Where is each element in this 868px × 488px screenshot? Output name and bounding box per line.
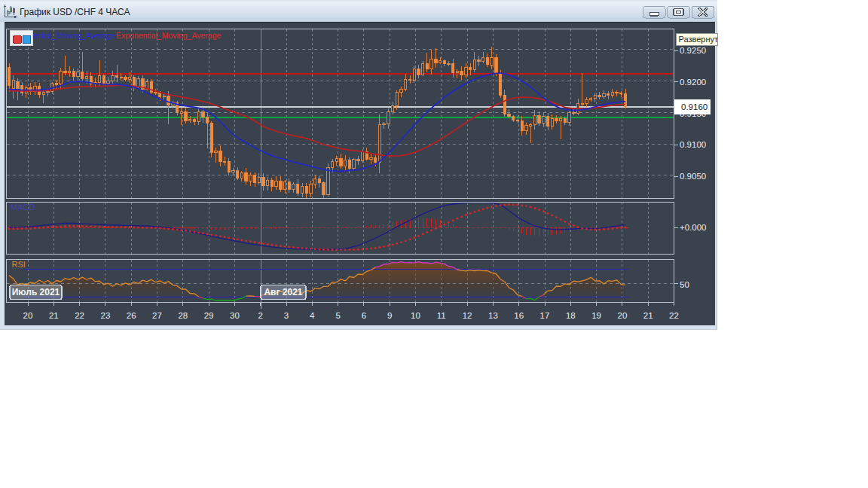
- svg-text:Exponential_Moving_Average: Exponential_Moving_Average: [116, 31, 221, 40]
- svg-text:21: 21: [49, 311, 59, 320]
- svg-text:5: 5: [335, 311, 340, 320]
- svg-text:11: 11: [437, 311, 446, 320]
- svg-text:9: 9: [387, 311, 392, 320]
- svg-text:13: 13: [488, 311, 498, 320]
- svg-text:ential_Moving_Average: ential_Moving_Average: [33, 31, 116, 40]
- svg-text:0.9200: 0.9200: [680, 78, 706, 87]
- svg-text:+0.000: +0.000: [680, 223, 707, 232]
- svg-text:23: 23: [101, 311, 111, 320]
- svg-text:50: 50: [680, 280, 689, 289]
- svg-text:20: 20: [618, 311, 628, 320]
- svg-text:22: 22: [669, 311, 679, 320]
- svg-text:16: 16: [514, 311, 524, 320]
- svg-text:0.9160: 0.9160: [681, 102, 708, 111]
- svg-text:2: 2: [258, 311, 262, 320]
- svg-text:26: 26: [127, 311, 136, 320]
- svg-text:4: 4: [310, 311, 315, 320]
- svg-text:12: 12: [463, 311, 472, 320]
- svg-text:27: 27: [152, 311, 162, 320]
- svg-text:21: 21: [643, 311, 653, 320]
- svg-text:RSI: RSI: [12, 260, 26, 269]
- svg-text:График USD /CHF 4 ЧАСА: График USD /CHF 4 ЧАСА: [20, 7, 130, 17]
- svg-text:17: 17: [540, 311, 550, 320]
- svg-text:22: 22: [75, 311, 84, 320]
- svg-text:Развернуть: Развернуть: [679, 35, 723, 44]
- svg-text:MACD: MACD: [11, 203, 35, 212]
- svg-text:20: 20: [23, 311, 33, 320]
- svg-text:29: 29: [204, 311, 214, 320]
- svg-text:0.9100: 0.9100: [680, 140, 706, 149]
- svg-text:30: 30: [230, 311, 240, 320]
- svg-text:28: 28: [178, 311, 188, 320]
- svg-text:10: 10: [411, 311, 420, 320]
- svg-text:Июль 2021: Июль 2021: [12, 287, 60, 297]
- svg-text:0.9050: 0.9050: [680, 172, 706, 181]
- svg-text:19: 19: [591, 311, 601, 320]
- svg-text:3: 3: [284, 311, 289, 320]
- svg-text:6: 6: [362, 311, 366, 320]
- svg-text:0.9250: 0.9250: [680, 46, 706, 55]
- svg-text:18: 18: [566, 311, 576, 320]
- svg-text:Авг 2021: Авг 2021: [264, 287, 302, 297]
